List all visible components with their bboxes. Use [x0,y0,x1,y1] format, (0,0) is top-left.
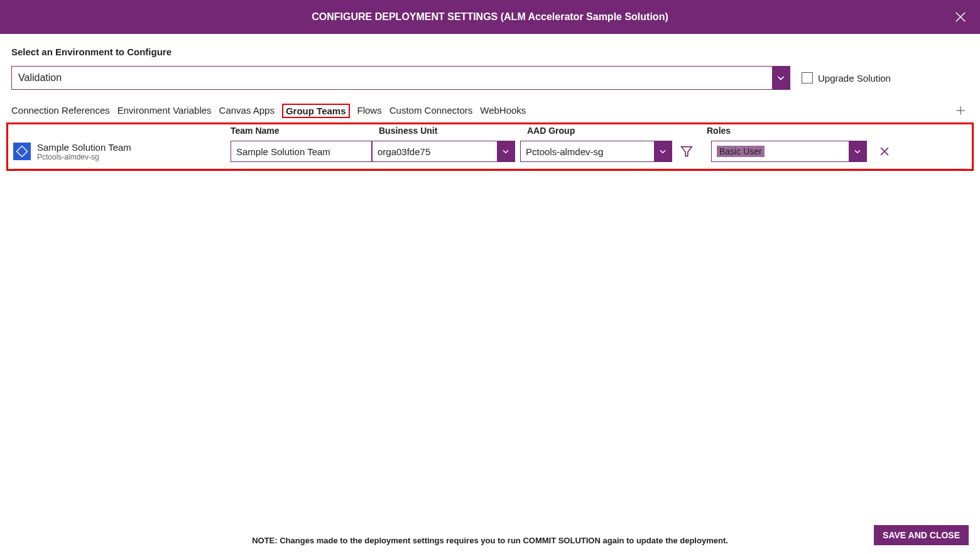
filter-button[interactable] [680,144,694,158]
filter-icon [680,144,694,158]
business-unit-value: orga03fde75 [373,141,497,161]
chevron-down-icon [853,147,862,156]
bu-dropdown-button[interactable] [497,141,514,161]
role-tag: Basic User [717,146,765,157]
footer-note: NOTE: Changes made to the deployment set… [11,536,969,545]
tab-connection-references[interactable]: Connection References [11,104,110,118]
people-icon [16,146,28,157]
table-row: Sample Solution Team Pctools-almdev-sg S… [13,141,967,169]
close-button[interactable] [951,8,970,26]
environment-value: Validation [12,67,772,89]
environment-dropdown-button[interactable] [772,67,790,89]
tabs: Connection References Environment Variab… [11,104,526,118]
svg-rect-4 [17,146,28,157]
col-header-team-name: Team Name [231,126,379,136]
svg-marker-5 [682,147,692,156]
environment-label: Select an Environment to Configure [11,46,969,57]
business-unit-select[interactable]: orga03fde75 [372,141,515,162]
close-icon [954,10,967,24]
col-header-aad-group: AAD Group [527,126,707,136]
dialog-title: CONFIGURE DEPLOYMENT SETTINGS (ALM Accel… [312,11,668,23]
aad-group-value: Pctools-almdev-sg [521,141,654,161]
add-row-button[interactable] [952,102,969,119]
roles-dropdown-button[interactable] [849,141,866,161]
aad-group-select[interactable]: Pctools-almdev-sg [520,141,672,162]
save-and-close-button[interactable]: SAVE AND CLOSE [874,525,969,545]
row-subtitle: Pctools-almdev-sg [37,153,131,161]
plus-icon [955,105,966,116]
team-name-input[interactable]: Sample Solution Team [231,141,372,162]
chevron-down-icon [776,73,786,83]
upgrade-checkbox[interactable] [802,72,813,84]
tab-environment-variables[interactable]: Environment Variables [117,104,212,118]
group-teams-grid: Team Name Business Unit AAD Group Roles … [6,122,974,171]
chevron-down-icon [658,147,667,156]
team-name-value: Sample Solution Team [231,141,371,161]
row-title: Sample Solution Team [37,142,131,153]
environment-select[interactable]: Validation [11,66,790,90]
delete-row-button[interactable] [878,145,891,158]
roles-select[interactable]: Basic User [711,141,867,162]
aad-dropdown-button[interactable] [654,141,672,161]
upgrade-label: Upgrade Solution [818,73,891,84]
col-header-roles: Roles [707,126,868,136]
team-icon [13,143,31,160]
tab-custom-connectors[interactable]: Custom Connectors [389,104,473,118]
dialog-header: CONFIGURE DEPLOYMENT SETTINGS (ALM Accel… [0,0,980,34]
chevron-down-icon [501,147,510,156]
tab-webhooks[interactable]: WebHooks [480,104,526,118]
tab-canvas-apps[interactable]: Canvas Apps [219,104,275,118]
tab-group-teams[interactable]: Group Teams [282,104,350,118]
close-icon [878,145,891,158]
col-header-business-unit: Business Unit [379,126,527,136]
tab-flows[interactable]: Flows [357,104,382,118]
